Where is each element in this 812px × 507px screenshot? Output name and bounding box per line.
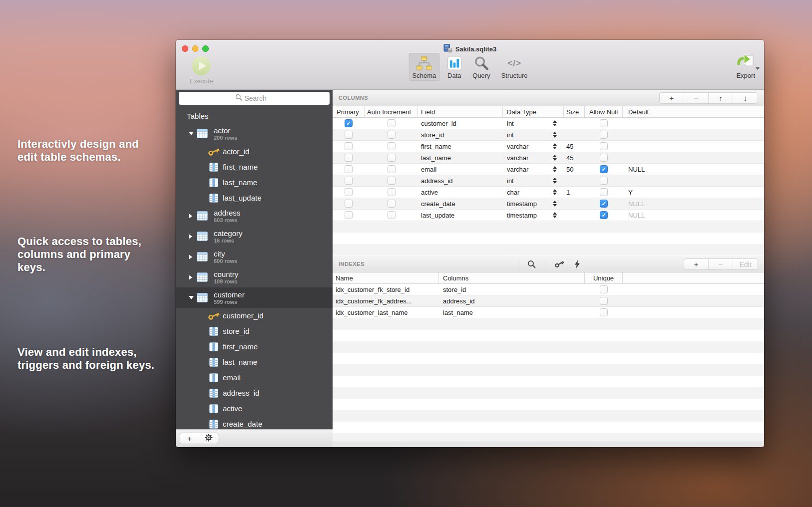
size-value[interactable]: 45 [564, 143, 585, 150]
allow-null-checkbox[interactable] [600, 200, 608, 208]
primary-checkbox[interactable] [345, 142, 353, 150]
index-row[interactable]: idx_customer_fk_addres...address_id [333, 295, 764, 307]
unique-checkbox[interactable] [600, 285, 608, 293]
default-value[interactable]: NULL [623, 166, 764, 173]
move-column-down-button[interactable]: ↓ [733, 93, 758, 103]
stepper-icon[interactable] [553, 132, 557, 138]
auto-increment-checkbox[interactable] [388, 200, 396, 208]
allow-null-checkbox[interactable] [600, 142, 608, 150]
auto-increment-checkbox[interactable] [388, 177, 396, 185]
sidebar-column-address_id[interactable]: address_id [176, 385, 333, 401]
data-type-select[interactable]: char [503, 189, 564, 196]
add-table-button[interactable]: + [180, 433, 199, 444]
column-row-create_date[interactable]: create_datetimestampNULL [333, 198, 764, 210]
disclosure-triangle[interactable] [189, 296, 197, 299]
titlebar[interactable]: Sakila.sqlite3 Execute SchemaDataQuery</… [176, 40, 764, 90]
tab-query[interactable]: Query [469, 53, 493, 81]
sidebar-column-active[interactable]: active [176, 401, 333, 416]
default-value[interactable]: Y [623, 189, 764, 196]
sidebar-table-address[interactable]: address603 rows [176, 206, 333, 226]
auto-increment-checkbox[interactable] [388, 131, 396, 139]
tab-data[interactable]: Data [443, 53, 465, 81]
stepper-icon[interactable] [553, 189, 557, 196]
disclosure-triangle[interactable] [189, 214, 197, 219]
index-row[interactable]: idx_customer_fk_store_idstore_id [333, 284, 764, 295]
tab-structure[interactable]: </>Structure [498, 53, 531, 81]
sidebar-table-country[interactable]: country109 rows [176, 267, 333, 287]
disclosure-triangle[interactable] [189, 132, 197, 135]
add-column-button[interactable]: + [660, 93, 684, 103]
primary-checkbox[interactable] [345, 188, 353, 196]
remove-column-button[interactable]: − [684, 93, 709, 103]
disclosure-triangle[interactable] [189, 275, 197, 280]
column-row-first_name[interactable]: first_namevarchar45 [333, 141, 764, 152]
column-row-email[interactable]: emailvarchar50NULL [333, 164, 764, 175]
search-field[interactable] [245, 94, 274, 102]
unique-checkbox[interactable] [600, 308, 608, 316]
sidebar-column-first_name[interactable]: first_name [176, 339, 333, 354]
search-input[interactable] [179, 92, 330, 105]
add-index-button[interactable]: + [684, 259, 709, 269]
edit-index-button[interactable]: Edit [733, 259, 758, 269]
unique-checkbox[interactable] [600, 297, 608, 305]
auto-increment-checkbox[interactable] [388, 142, 396, 150]
allow-null-checkbox[interactable] [600, 154, 608, 162]
stepper-icon[interactable] [553, 155, 557, 161]
sidebar-table-customer[interactable]: customer599 rows [176, 287, 333, 308]
allow-null-checkbox[interactable] [600, 165, 608, 173]
sidebar-column-last_name[interactable]: last_name [176, 175, 333, 190]
sidebar-column-last_update[interactable]: last_update [176, 190, 333, 206]
data-type-select[interactable]: int [503, 177, 564, 185]
size-value[interactable]: 45 [564, 154, 585, 162]
data-type-select[interactable]: timestamp [503, 212, 564, 219]
allow-null-checkbox[interactable] [600, 211, 608, 219]
sidebar-column-first_name[interactable]: first_name [176, 159, 333, 175]
export-button[interactable]: Export [736, 55, 755, 79]
primary-checkbox[interactable] [345, 165, 353, 173]
sidebar-column-email[interactable]: email [176, 370, 333, 385]
triggers-lightning-icon[interactable] [573, 260, 589, 268]
sidebar-column-customer_id[interactable]: customer_id [176, 308, 333, 323]
sidebar-column-create_date[interactable]: create_date [176, 416, 333, 429]
data-type-select[interactable]: varchar [503, 154, 564, 162]
stepper-icon[interactable] [553, 120, 557, 127]
move-column-up-button[interactable]: ↑ [709, 93, 733, 103]
disclosure-triangle[interactable] [189, 234, 197, 239]
settings-button[interactable] [199, 433, 218, 444]
primary-checkbox[interactable] [345, 119, 353, 127]
allow-null-checkbox[interactable] [600, 177, 608, 185]
data-type-select[interactable]: varchar [503, 143, 564, 150]
column-row-store_id[interactable]: store_idint [333, 129, 764, 141]
data-type-select[interactable]: varchar [503, 166, 564, 173]
data-type-select[interactable]: int [503, 120, 564, 127]
stepper-icon[interactable] [553, 201, 557, 207]
execute-button[interactable]: Execute [185, 56, 218, 85]
column-row-last_name[interactable]: last_namevarchar45 [333, 152, 764, 164]
allow-null-checkbox[interactable] [600, 188, 608, 196]
sidebar-column-last_name[interactable]: last_name [176, 354, 333, 370]
sidebar-table-city[interactable]: city600 rows [176, 247, 333, 267]
remove-index-button[interactable]: − [709, 259, 733, 269]
allow-null-checkbox[interactable] [600, 119, 608, 127]
primary-checkbox[interactable] [345, 154, 353, 162]
stepper-icon[interactable] [553, 178, 557, 184]
default-value[interactable]: NULL [623, 200, 764, 208]
stepper-icon[interactable] [553, 212, 557, 219]
primary-checkbox[interactable] [345, 131, 353, 139]
stepper-icon[interactable] [553, 143, 557, 150]
column-row-last_update[interactable]: last_updatetimestampNULL [333, 210, 764, 221]
sidebar-table-actor[interactable]: actor200 rows [176, 123, 333, 144]
foreign-keys-icon[interactable] [545, 260, 573, 267]
tab-schema[interactable]: Schema [409, 53, 440, 81]
auto-increment-checkbox[interactable] [388, 211, 396, 219]
column-row-customer_id[interactable]: customer_idint [333, 118, 764, 129]
auto-increment-checkbox[interactable] [388, 154, 396, 162]
sidebar-column-actor_id[interactable]: actor_id [176, 144, 333, 159]
size-value[interactable]: 50 [564, 166, 585, 173]
auto-increment-checkbox[interactable] [388, 119, 396, 127]
stepper-icon[interactable] [553, 166, 557, 173]
sidebar-column-store_id[interactable]: store_id [176, 323, 333, 339]
auto-increment-checkbox[interactable] [388, 188, 396, 196]
size-value[interactable]: 1 [564, 189, 585, 196]
disclosure-triangle[interactable] [189, 254, 197, 259]
